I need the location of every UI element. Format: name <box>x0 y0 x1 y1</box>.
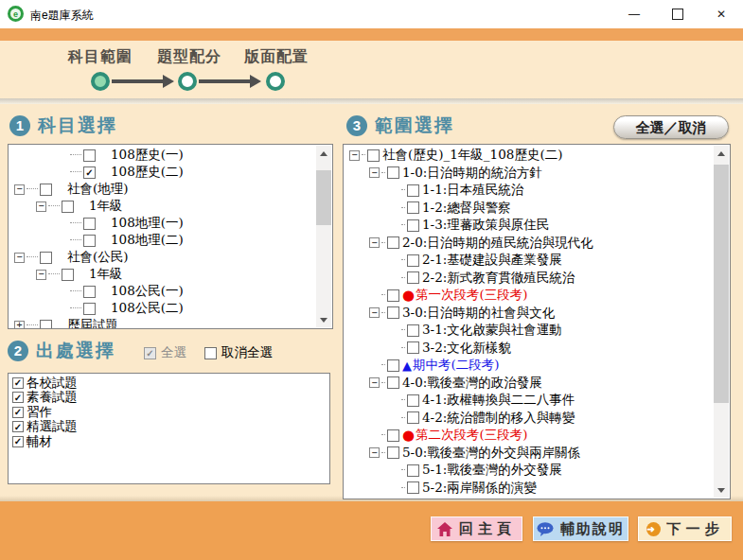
scroll-up-icon[interactable] <box>714 146 729 161</box>
tree-item-label: 108公民(二) <box>111 300 184 317</box>
range-tree-scrollbar[interactable] <box>714 146 729 498</box>
scroll-down-icon[interactable] <box>316 312 331 327</box>
tree-item-label: 歷屆試題 <box>67 317 118 328</box>
home-button[interactable]: 回主頁 <box>431 516 522 541</box>
checkbox[interactable] <box>387 166 399 179</box>
checkbox[interactable] <box>83 235 96 247</box>
list-item[interactable]: ✓素養試題 <box>10 391 327 406</box>
expand-toggle-icon[interactable]: − <box>14 253 25 263</box>
checkbox[interactable] <box>40 252 52 264</box>
window-controls: — ✕ <box>612 0 743 28</box>
step-arrow-icon <box>250 75 261 88</box>
checkbox[interactable] <box>387 236 399 249</box>
list-item[interactable]: ✓各校試題 <box>10 376 327 391</box>
maximize-button[interactable] <box>656 0 699 28</box>
tree-connector <box>27 256 38 258</box>
checkbox[interactable] <box>387 446 399 459</box>
scrollbar-thumb[interactable] <box>714 165 729 403</box>
checkbox[interactable] <box>407 324 419 337</box>
checkbox[interactable]: ✓ <box>12 407 24 418</box>
tree-connector <box>70 290 81 292</box>
close-button[interactable]: ✕ <box>699 0 743 28</box>
source-list: ✓各校試題✓素養試題✓習作✓精選試題✓輔材 <box>10 376 327 449</box>
checkbox[interactable] <box>407 271 419 284</box>
checkbox[interactable] <box>407 394 419 407</box>
expand-toggle-icon[interactable]: − <box>36 270 46 280</box>
expand-toggle-icon[interactable]: + <box>14 321 25 329</box>
expand-toggle-icon[interactable]: − <box>369 447 380 458</box>
tree-item-label: 2-2:新式教育貫徹殖民統治 <box>422 270 575 287</box>
list-item[interactable]: ✓輔材 <box>10 434 327 449</box>
scroll-up-icon[interactable] <box>316 146 331 161</box>
tree-row: −2-0:日治時期的殖民統治與現代化 <box>345 235 714 253</box>
red-dot-icon: ● <box>402 289 415 303</box>
checkbox[interactable] <box>387 376 399 389</box>
expand-toggle-icon[interactable]: − <box>369 237 380 248</box>
checkbox[interactable] <box>83 303 96 315</box>
tree-item-label: 4-1:政權轉換與二二八事件 <box>422 392 575 409</box>
deselect-all-checkbox[interactable] <box>204 347 217 359</box>
source-section-header: 2 出處選擇 <box>8 339 115 363</box>
checkbox[interactable] <box>387 306 399 319</box>
step-label-layout: 版面配置 <box>244 47 309 67</box>
subject-tree-box: 108歷史(一)✓108歷史(二)−社會(地理)−1年級108地理(一)108地… <box>8 144 333 329</box>
expand-toggle-icon[interactable]: − <box>349 150 360 161</box>
checkbox[interactable] <box>83 286 96 298</box>
tree-connector <box>381 434 385 436</box>
select-all-checkbox[interactable]: ✓ <box>144 347 156 359</box>
checkbox[interactable]: ✓ <box>12 421 24 432</box>
checkbox[interactable] <box>40 320 52 329</box>
expand-toggle-icon[interactable]: − <box>369 307 380 318</box>
subject-tree-scrollbar[interactable] <box>316 146 331 327</box>
tree-row: +歷屆試題 <box>10 317 316 328</box>
checkbox[interactable] <box>407 201 419 214</box>
next-step-button[interactable]: ➜ 下一步 <box>638 516 732 541</box>
tree-row: 1-2:總督與警察 <box>345 200 714 218</box>
checkbox[interactable]: ✓ <box>12 377 24 389</box>
minimize-button[interactable]: — <box>612 0 656 28</box>
checkbox[interactable] <box>387 429 399 442</box>
deselect-all-option[interactable]: 取消全選 <box>204 344 273 361</box>
checkbox[interactable] <box>387 359 399 372</box>
checkbox[interactable] <box>407 254 419 267</box>
checkbox[interactable] <box>83 149 96 162</box>
expand-toggle-icon[interactable]: − <box>369 377 380 388</box>
tree-row: 108公民(二) <box>10 300 316 317</box>
expand-toggle-icon[interactable]: − <box>369 167 380 178</box>
tree-connector <box>401 277 405 279</box>
blue-triangle-icon: ▲ <box>402 359 412 372</box>
tree-row: ●第一次段考(三段考) <box>345 287 714 305</box>
tree-item-label: 108歷史(一) <box>111 147 184 164</box>
checkbox[interactable] <box>367 149 380 162</box>
checkbox[interactable]: ✓ <box>12 436 24 447</box>
checkbox[interactable] <box>62 201 74 213</box>
tree-connector <box>401 347 405 349</box>
checkbox[interactable] <box>407 411 419 424</box>
select-all-option[interactable]: ✓ 全選 <box>144 344 186 361</box>
checkbox[interactable] <box>83 218 96 230</box>
checkbox[interactable] <box>62 269 74 281</box>
checkbox[interactable] <box>40 184 52 196</box>
checkbox[interactable] <box>407 184 419 197</box>
scroll-down-icon[interactable] <box>714 482 729 498</box>
checkbox[interactable]: ✓ <box>12 392 24 403</box>
checkbox[interactable]: ✓ <box>83 166 96 179</box>
tree-item-label: 3-2:文化新樣貌 <box>422 340 511 357</box>
tree-connector <box>401 469 405 471</box>
tree-connector <box>401 259 405 261</box>
maximize-icon <box>672 9 683 20</box>
help-button[interactable]: 輔助說明 <box>533 516 628 541</box>
select-all-toggle-button[interactable]: 全選／取消 <box>613 115 729 139</box>
checkbox[interactable] <box>407 219 419 232</box>
checkbox[interactable] <box>407 481 419 494</box>
scrollbar-thumb[interactable] <box>316 170 331 225</box>
tree-connector <box>401 399 405 401</box>
checkbox[interactable] <box>407 464 419 477</box>
list-item[interactable]: ✓習作 <box>10 405 327 420</box>
tree-item-label: 第二次段考(三段考) <box>416 427 528 444</box>
checkbox[interactable] <box>387 289 399 302</box>
expand-toggle-icon[interactable]: − <box>36 201 46 212</box>
expand-toggle-icon[interactable]: − <box>14 184 25 195</box>
list-item[interactable]: ✓精選試題 <box>10 420 327 435</box>
checkbox[interactable] <box>407 341 419 354</box>
